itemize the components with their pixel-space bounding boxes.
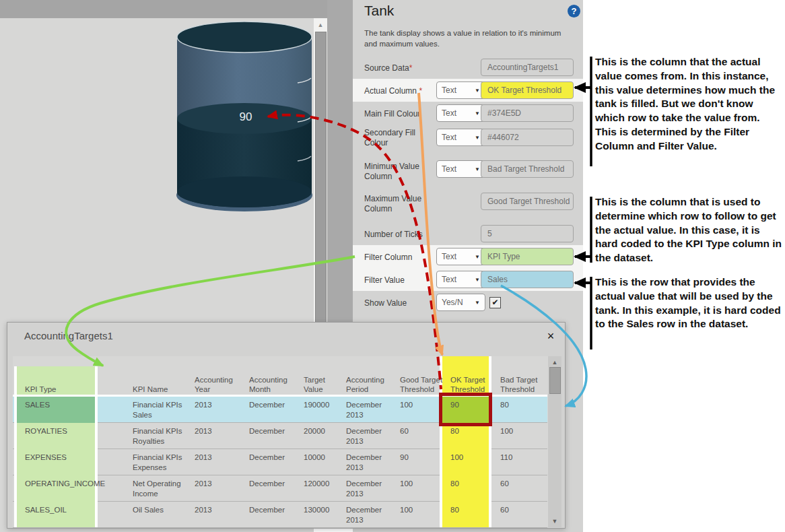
row-separator [13,527,547,528]
table-cell[interactable]: 2013 [195,505,246,515]
main-fill-type-dropdown[interactable]: Text▼ [436,104,485,122]
annotation-actual-column: This is the column that the actual value… [595,55,782,154]
column-header[interactable]: KPI Type [25,385,126,394]
chevron-down-icon: ▼ [475,300,480,306]
secondary-fill-colour-field[interactable]: #446072 [481,129,574,146]
table-cell[interactable]: Financial KPIs Royalties [133,426,191,446]
help-icon[interactable]: ? [568,5,580,18]
table-cell[interactable]: 100 [500,426,539,436]
table-cell[interactable]: 60 [400,426,443,436]
filter-value-type-dropdown[interactable]: Text▼ [436,271,485,288]
table-cell[interactable]: EXPENSES [25,453,126,463]
table-cell[interactable]: Oil Sales [133,505,191,515]
column-header[interactable]: Accounting Year [195,375,246,394]
chevron-down-icon: ▼ [475,166,480,172]
table-cell[interactable]: 100 [450,453,491,463]
table-cell[interactable]: 80 [450,479,491,489]
table-cell[interactable]: SALES_OIL [25,505,126,515]
dataset-window: AccountingTargets1 × KPI TypeKPI NameAcc… [7,322,566,529]
maximum-value-column-label: Maximum Value Column [364,194,436,213]
table-cell[interactable]: 110 [500,453,539,463]
table-vertical-scrollbar[interactable]: ▲ ▼ [548,356,561,527]
canvas-vertical-scrollbar[interactable]: ▲ [314,18,327,325]
table-cell[interactable]: 2013 [195,479,246,489]
table-cell[interactable]: 20000 [304,426,343,436]
main-fill-colour-label: Main Fill Colour [364,109,436,119]
table-cell[interactable]: 100 [400,479,443,489]
table-cell[interactable]: December 2013 [346,505,396,525]
column-header[interactable]: Accounting Period [346,375,396,394]
table-cell[interactable]: 2013 [195,453,246,463]
table-cell[interactable]: 2013 [195,426,246,436]
panel-description: The tank display shows a value in relati… [364,28,574,49]
source-data-label: Source Data* [364,63,436,73]
table-cell[interactable]: SALES [25,400,126,410]
table-cell[interactable]: 130000 [304,505,343,515]
filter-column-type-dropdown[interactable]: Text▼ [436,248,485,265]
tank-value-label: 90 [240,110,252,123]
canvas-top-strip [0,0,327,18]
table-cell[interactable]: 100 [400,400,443,410]
filter-value-field[interactable]: Sales [481,271,574,288]
filter-value-label: Filter Value [364,275,436,286]
table-cell[interactable]: Financial KPIs Sales [133,400,191,420]
annotation-column: This is the column that the actual value… [583,0,785,532]
selected-value-outline [439,393,492,426]
table-cell[interactable]: December [249,453,300,463]
annotation-filter-value: This is the row that provides the actual… [595,275,782,331]
chevron-down-icon: ▼ [475,254,480,260]
table-cell[interactable]: 80 [450,426,491,436]
table-scrollbar-thumb[interactable] [549,367,561,394]
column-header[interactable]: Bad Target Threshold [500,375,539,394]
source-data-field[interactable]: AccountingTargets1 [481,59,574,76]
column-header[interactable]: Target Value [304,375,343,394]
filter-column-label: Filter Column [364,253,436,263]
chevron-down-icon: ▼ [475,110,480,117]
scroll-down-icon[interactable]: ▼ [548,517,561,526]
column-header[interactable]: OK Target Threshold [450,375,491,394]
table-cell[interactable]: December [249,505,300,515]
minimum-value-column-field[interactable]: Bad Target Threshold [481,160,574,178]
table-cell[interactable]: 100 [400,505,443,515]
minimum-value-type-dropdown[interactable]: Text▼ [436,160,485,178]
actual-column-field[interactable]: OK Target Threshold [481,81,574,99]
annotation-filter-column: This is the column that is used to deter… [595,195,782,265]
table-cell[interactable]: 10000 [304,453,343,463]
table-cell[interactable]: 2013 [195,400,246,410]
show-value-checkbox[interactable]: ✔ [489,297,501,308]
table-cell[interactable]: December 2013 [346,426,396,446]
table-cell[interactable]: 120000 [304,479,343,489]
table-cell[interactable]: Financial KPIs Expenses [133,453,191,472]
tank-fill-bottom [177,176,312,207]
table-cell[interactable]: Net Operating Income [133,479,191,498]
main-fill-colour-field[interactable]: #374E5D [481,104,574,122]
table-cell[interactable]: December 2013 [346,479,396,498]
actual-column-type-dropdown[interactable]: Text▼ [436,81,485,99]
canvas-scrollbar-thumb[interactable] [315,32,327,327]
filter-column-field[interactable]: KPI Type [481,248,574,265]
scroll-up-icon[interactable]: ▲ [314,20,327,30]
column-header[interactable]: Accounting Month [249,375,300,394]
table-cell[interactable]: OPERATING_INCOME [25,479,126,489]
table-cell[interactable]: December [249,400,300,410]
maximum-value-column-field[interactable]: Good Target Threshold [481,193,574,210]
table-cell[interactable]: December 2013 [346,453,396,472]
number-of-ticks-field[interactable]: 5 [481,225,574,242]
actual-column-label: Actual Column * [364,86,436,96]
table-cell[interactable]: December 2013 [346,400,396,420]
column-header[interactable]: KPI Name [133,385,191,394]
scroll-up-icon[interactable]: ▲ [548,358,561,367]
table-cell[interactable]: 60 [500,479,539,489]
table-cell[interactable]: 80 [500,400,539,410]
table-cell[interactable]: 90 [400,453,443,463]
table-cell[interactable]: 60 [500,505,539,515]
table-cell[interactable]: December [249,426,300,436]
table-cell[interactable]: December [249,479,300,489]
secondary-fill-type-dropdown[interactable]: Text▼ [436,129,485,146]
show-value-type-dropdown[interactable]: Yes/N▼ [436,294,485,311]
required-asterisk: * [419,86,422,96]
table-cell[interactable]: ROYALTIES [25,426,126,436]
column-header[interactable]: Good Target Threshold [400,375,443,394]
table-cell[interactable]: 80 [450,505,491,515]
table-cell[interactable]: 190000 [304,400,343,410]
